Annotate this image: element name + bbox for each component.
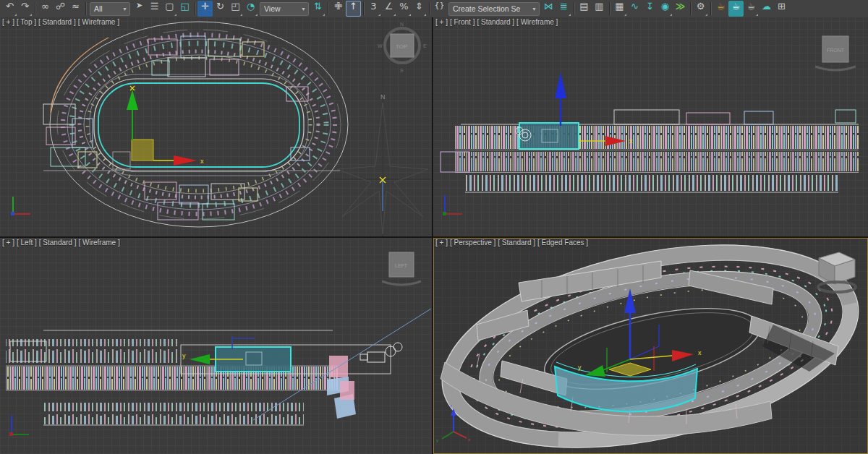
svg-text:N: N	[380, 93, 386, 100]
keyboard-override-icon[interactable]: ↑	[346, 1, 361, 17]
viewcube-left[interactable]: LEFT	[382, 252, 421, 285]
viewport-menu-shading[interactable]: [ Wireframe ]	[78, 239, 119, 247]
select-scale-icon[interactable]: ◰	[228, 1, 243, 17]
viewport-front-canvas[interactable]: x FRONT	[433, 17, 868, 236]
viewport-menu-pov[interactable]: [ Top ]	[17, 18, 36, 26]
selection-filter-dropdown-label: All	[94, 4, 119, 13]
svg-text:y: y	[436, 438, 438, 442]
align-icon[interactable]: ≣	[556, 1, 571, 17]
toolbar-separator	[85, 2, 86, 15]
curve-editor-icon[interactable]: ∿	[627, 1, 642, 17]
chevron-down-icon: ▼	[532, 7, 537, 12]
viewport-menu-shading[interactable]: [ Wireframe ]	[516, 18, 558, 26]
redo-icon[interactable]: ↷	[17, 1, 33, 17]
svg-text:S: S	[400, 68, 404, 73]
stadium-3d-model[interactable]	[433, 238, 868, 454]
viewport-menu-pov[interactable]: [ Front ]	[450, 18, 475, 26]
main-toolbar: ↶↷∞☍≈All▼➤☰▢◱✛↻◰◔View▼⇅✙↑3∠%⇕{}Create Se…	[0, 0, 868, 18]
svg-text:x: x	[629, 137, 633, 145]
angle-snap-icon[interactable]: ∠	[381, 1, 396, 17]
undo-icon[interactable]: ↶	[2, 1, 17, 17]
chevron-down-icon: ▼	[301, 7, 306, 12]
window-crossing-icon[interactable]: ◱	[177, 1, 192, 17]
viewport-menu-plus[interactable]: [ + ]	[435, 239, 448, 247]
viewport-left-canvas[interactable]: y LEFT	[0, 238, 432, 454]
ribbon-toggle-icon[interactable]: ▦	[612, 1, 627, 17]
reference-coordinate-dropdown[interactable]: View▼	[260, 2, 309, 16]
viewport-top[interactable]: [ + ] [ Top ] [ Standard ] [ Wireframe ]…	[0, 17, 432, 236]
viewport-perspective[interactable]: [ + ] [ Perspective ] [ Standard ] [ Edg…	[433, 238, 868, 454]
svg-text:x: x	[468, 437, 470, 442]
named-selection-dropdown-label: Create Selection Se	[453, 4, 529, 13]
svg-text:TOP: TOP	[396, 43, 407, 50]
toolbar-separator	[195, 2, 195, 15]
move-gizmo[interactable]: x	[113, 86, 204, 169]
svg-text:y: y	[578, 364, 582, 371]
viewport-layout-icon[interactable]: ⊞	[774, 1, 789, 17]
viewport-menu-pov[interactable]: [ Perspective ]	[450, 239, 495, 247]
render-production-icon[interactable]: ☕	[744, 1, 759, 17]
viewport-left[interactable]: [ + ] [ Left ] [ Standard ] [ Wireframe …	[0, 238, 432, 454]
3d-app-window: ↶↷∞☍≈All▼➤☰▢◱✛↻◰◔View▼⇅✙↑3∠%⇕{}Create Se…	[0, 0, 868, 454]
viewcube-front[interactable]: FRONT	[815, 36, 856, 70]
svg-text:N: N	[400, 22, 404, 27]
select-manipulate-icon[interactable]: ✙	[331, 1, 346, 17]
material-editor-icon[interactable]: ◉	[658, 1, 673, 17]
viewport-perspective-label: [ + ] [ Perspective ] [ Standard ] [ Edg…	[435, 239, 588, 247]
render-setup-icon[interactable]: ☕	[713, 1, 728, 17]
selected-glass-panel[interactable]	[516, 123, 579, 149]
svg-text:x: x	[200, 158, 204, 165]
selection-filter-dropdown[interactable]: All▼	[90, 2, 130, 16]
toolbar-separator	[35, 2, 35, 15]
layer-explorer-icon[interactable]: ▥	[592, 1, 607, 17]
select-move-icon[interactable]: ✛	[197, 1, 213, 17]
stadium-plan-model[interactable]	[43, 22, 348, 227]
toolbar-separator	[690, 2, 691, 15]
unlink-icon[interactable]: ☍	[53, 1, 68, 17]
viewport-left-label: [ + ] [ Left ] [ Standard ] [ Wireframe …	[2, 239, 120, 247]
viewport-front[interactable]: [ + ] [ Front ] [ Standard ] [ Wireframe…	[433, 17, 868, 236]
cloud-render-icon[interactable]: ☁	[759, 1, 774, 17]
link-icon[interactable]: ∞	[38, 1, 53, 17]
axis-tripod	[443, 195, 462, 215]
viewport-perspective-canvas[interactable]: x y z y	[433, 238, 868, 454]
viewport-menu-shading[interactable]: [ Wireframe ]	[78, 18, 119, 26]
viewport-menu-shading[interactable]: [ Edged Faces ]	[537, 239, 588, 247]
viewport-menu-style[interactable]: [ Standard ]	[477, 18, 514, 26]
viewcube-top[interactable]: TOP N S W E	[378, 22, 427, 73]
svg-text:z: z	[450, 403, 452, 408]
scene-explorer-icon[interactable]: ▤	[576, 1, 592, 17]
render-setup-chevrons-icon[interactable]: ≫	[673, 1, 688, 17]
named-selection-sets-icon[interactable]: {}	[432, 1, 447, 17]
render-setup-dialog-icon[interactable]: ⚙	[693, 1, 708, 17]
viewport-menu-style[interactable]: [ Standard ]	[498, 239, 535, 247]
named-selection-dropdown[interactable]: Create Selection Se▼	[448, 2, 540, 16]
camera-helper-icon[interactable]	[360, 343, 402, 362]
bind-spacewarp-icon[interactable]: ≈	[68, 1, 83, 17]
rendered-frame-window-icon[interactable]: ☕	[728, 1, 744, 17]
viewport-top-canvas[interactable]: N	[0, 17, 432, 236]
stadium-front-elevation[interactable]	[441, 110, 859, 192]
select-object-icon[interactable]: ➤	[132, 1, 147, 17]
viewport-menu-plus[interactable]: [ + ]	[435, 18, 448, 26]
axis-tripod	[9, 416, 29, 436]
snap-toggle-3d-icon[interactable]: 3	[366, 1, 381, 17]
viewport-menu-plus[interactable]: [ + ]	[2, 239, 14, 247]
use-pivot-center-icon[interactable]: ⇅	[310, 1, 326, 17]
mirror-icon[interactable]: ⋈	[541, 1, 556, 17]
select-by-name-icon[interactable]: ☰	[147, 1, 162, 17]
viewport-menu-pov[interactable]: [ Left ]	[17, 239, 37, 247]
viewport-menu-plus[interactable]: [ + ]	[2, 18, 14, 26]
placement-tool-icon[interactable]: ◔	[243, 1, 258, 17]
schematic-view-icon[interactable]: ↧	[642, 1, 658, 17]
toolbar-separator	[429, 2, 430, 15]
viewport-menu-style[interactable]: [ Standard ]	[38, 18, 76, 26]
rect-selection-region-icon[interactable]: ▢	[162, 1, 177, 17]
viewport-front-label: [ + ] [ Front ] [ Standard ] [ Wireframe…	[435, 18, 558, 26]
toolbar-separator	[609, 2, 610, 15]
percent-snap-icon[interactable]: %	[396, 1, 412, 17]
select-rotate-icon[interactable]: ↻	[213, 1, 228, 17]
toolbar-separator	[574, 2, 574, 15]
viewport-menu-style[interactable]: [ Standard ]	[39, 239, 77, 247]
spinner-snap-icon[interactable]: ⇕	[412, 1, 427, 17]
